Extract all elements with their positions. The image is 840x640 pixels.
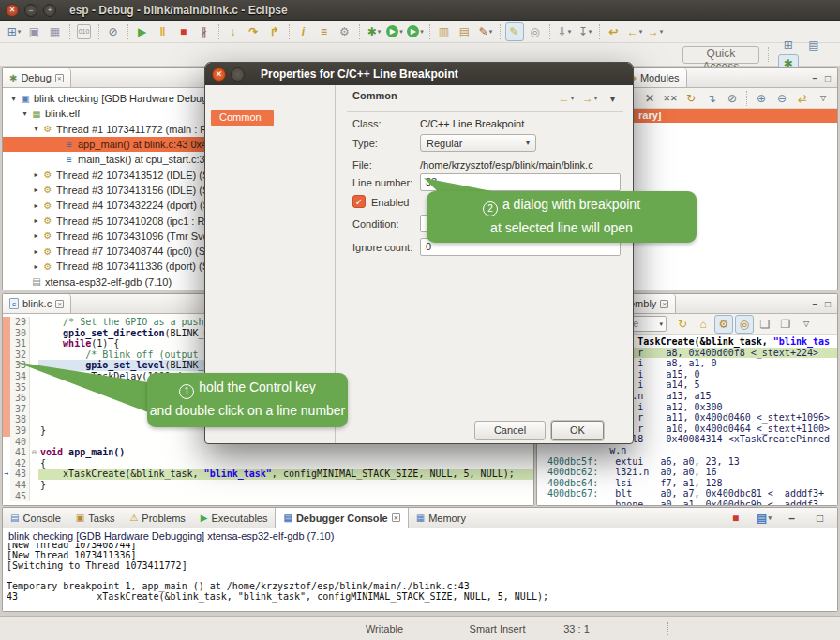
toolbar-separator[interactable] [359, 24, 360, 39]
dialog-close-button[interactable]: ✕ [212, 67, 226, 82]
last-edit-location-icon[interactable]: ↩ [605, 22, 623, 41]
toolbar-separator[interactable] [429, 24, 430, 39]
console-tab[interactable]: ▣ Tasks ✕ [68, 508, 123, 528]
fold-icon[interactable] [30, 458, 38, 469]
link-with-editor-icon[interactable]: ◎ [526, 22, 545, 41]
line-number[interactable]: 45 [10, 491, 30, 502]
new-wizard-icon[interactable]: ⊞▾ [5, 22, 23, 41]
step-filters-icon[interactable]: ⚙ [336, 22, 354, 41]
toolbar-separator[interactable] [599, 24, 600, 39]
step-into-icon[interactable]: ↓ [224, 22, 243, 41]
twisty-icon[interactable]: ▸ [31, 216, 41, 225]
code-text[interactable] [38, 491, 533, 502]
code-text[interactable]: void app_main() [38, 447, 533, 458]
forward-icon[interactable]: →▾ [580, 89, 599, 108]
next-annotation-icon[interactable]: ↧▾ [576, 22, 594, 41]
load-symbols-icon[interactable]: ↴ [702, 89, 721, 108]
maximize-icon[interactable]: □ [825, 73, 831, 83]
back-icon[interactable]: ←▾ [625, 22, 644, 41]
skip-breakpoints-icon[interactable]: ⊘ [104, 22, 123, 41]
code-line[interactable]: 42 { [3, 458, 533, 469]
window-maximize-button[interactable]: + [43, 4, 56, 17]
fold-icon[interactable] [30, 425, 38, 437]
forward-icon[interactable]: →▾ [646, 22, 665, 41]
fold-icon[interactable] [30, 480, 38, 491]
type-select[interactable]: Regular▾ [420, 134, 536, 152]
twisty-icon[interactable]: ▸ [31, 201, 41, 210]
terminate-icon[interactable]: ■ [174, 22, 193, 41]
dialog-minimize-button[interactable] [231, 67, 245, 82]
save-icon[interactable]: ▣ [25, 22, 44, 41]
remove-module-icon[interactable]: ✕ [640, 89, 659, 108]
save-all-icon[interactable]: ▦ [46, 22, 65, 41]
view-menu-icon[interactable]: ▽ [814, 89, 832, 108]
code-line[interactable]: 45 [3, 491, 533, 502]
toolbar-separator[interactable] [289, 24, 290, 39]
pin-view-icon[interactable]: ❐ [776, 315, 795, 334]
twisty-icon[interactable]: ▾ [31, 125, 41, 133]
code-text[interactable]: { [38, 458, 533, 469]
cpp-perspective-icon[interactable]: ▤ [803, 36, 824, 54]
line-number[interactable]: 40 [10, 437, 30, 448]
fold-icon[interactable]: ⊖ [30, 447, 38, 458]
view-menu-icon[interactable]: ▽ [797, 315, 816, 334]
open-perspective-icon[interactable]: ⊞ [778, 36, 799, 54]
minimize-icon[interactable]: – [812, 299, 818, 309]
toolbar-separator[interactable] [128, 24, 128, 39]
debug-icon[interactable]: ✱▾ [365, 22, 383, 41]
mark-occurrences-icon[interactable]: ✎ [505, 22, 524, 41]
link-items-icon[interactable]: ⇄ [793, 89, 812, 108]
module-row-selected[interactable]: rary] [623, 109, 837, 123]
external-tools-icon[interactable]: ▶▾ [406, 22, 425, 41]
deselect-icon[interactable]: ⊘ [723, 89, 742, 108]
back-icon[interactable]: ←▾ [557, 89, 576, 108]
view-menu-icon[interactable]: ▾ [604, 89, 622, 108]
console-tab[interactable]: ⚠ Problems ✕ [122, 508, 192, 528]
window-close-button[interactable]: ✕ [6, 4, 19, 17]
line-number[interactable]: 31 [10, 338, 30, 350]
tab-debug[interactable]: ✱ Debug ✕ [3, 68, 71, 87]
toolbar-separator[interactable] [218, 24, 219, 39]
code-line[interactable]: 44 } [3, 480, 533, 491]
open-element-icon[interactable]: ⇩▾ [555, 22, 574, 41]
close-icon[interactable]: ✕ [55, 74, 64, 82]
minimize-icon[interactable]: – [812, 73, 818, 83]
close-icon[interactable]: ✕ [55, 300, 64, 308]
console-tab[interactable]: ▤ Console ✕ [3, 508, 68, 528]
ok-button[interactable]: OK [551, 421, 604, 440]
tab-blink-c[interactable]: c blink.c ✕ [3, 294, 71, 313]
refresh-icon[interactable]: ↻ [682, 89, 700, 108]
nav-item-common[interactable]: Common [211, 110, 274, 126]
collapse-all-icon[interactable]: ⊖ [772, 89, 791, 108]
step-return-icon[interactable]: ↱ [265, 22, 284, 41]
binary-010-icon[interactable]: 010 [75, 22, 94, 41]
console-tab[interactable]: ▦ Memory ✕ [409, 508, 473, 528]
track-expression-icon[interactable]: ◎ [735, 315, 754, 334]
instruction-stepping-icon[interactable]: i [294, 22, 313, 41]
console-tab[interactable]: ▤ Debugger Console ✕ [275, 508, 408, 528]
line-number[interactable]: 43 [10, 469, 30, 480]
suspend-icon[interactable]: ‖ [154, 22, 172, 41]
fold-icon[interactable] [30, 491, 38, 502]
home-icon[interactable]: ⌂ [694, 315, 712, 334]
fold-icon[interactable] [30, 317, 38, 328]
twisty-icon[interactable]: ▸ [31, 247, 41, 256]
open-console-icon[interactable]: ▤▾ [755, 509, 773, 528]
maximize-icon[interactable]: □ [825, 299, 831, 309]
disconnect-icon[interactable]: ∦ [195, 22, 214, 41]
resume-icon[interactable]: ▶ [133, 22, 152, 41]
run-icon[interactable]: ▶▾ [385, 22, 404, 41]
line-number[interactable]: 29 [10, 317, 30, 328]
line-number[interactable]: 39 [10, 425, 30, 437]
line-number[interactable]: 41 [10, 447, 30, 458]
fold-icon[interactable] [30, 469, 38, 480]
new-project-icon[interactable]: ▥ [435, 22, 454, 41]
code-text[interactable]: xTaskCreate(&blink_task, "blink_task", c… [38, 469, 533, 480]
close-icon[interactable]: ✕ [392, 513, 400, 522]
code-line[interactable]: → 43 xTaskCreate(&blink_task, "blink_tas… [3, 469, 533, 480]
close-icon[interactable]: ✕ [660, 300, 668, 308]
enabled-checkbox[interactable]: ✓ [352, 195, 366, 208]
toolbar-separator[interactable] [69, 24, 70, 39]
console-output[interactable]: [New Thread 1073408744][New Thread 10734… [3, 543, 837, 611]
line-number[interactable]: 42 [10, 458, 30, 469]
